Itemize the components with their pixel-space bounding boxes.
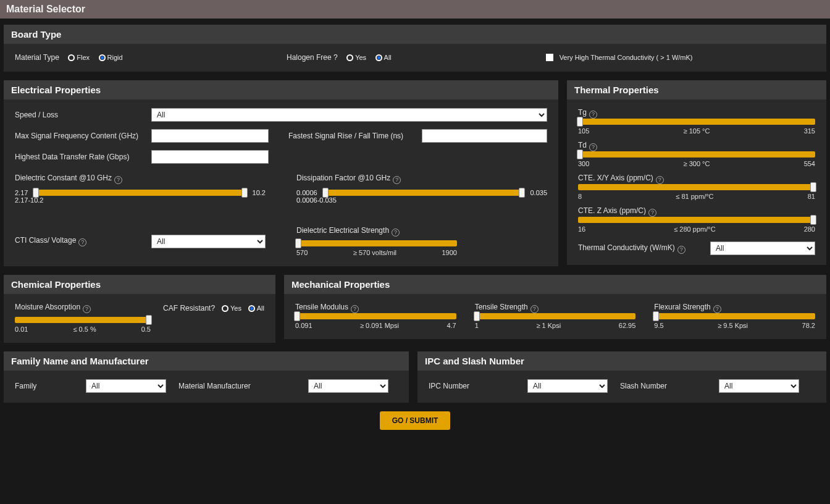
ctez-min: 16 [578,225,585,233]
radio-rigid[interactable]: Rigid [99,52,123,62]
panel-header-thermal: Thermal Properties [567,80,826,99]
tm-max: 4.7 [446,322,456,329]
fs-label: Flexural Strength [654,303,815,313]
info-icon[interactable] [530,305,539,313]
info-icon[interactable] [83,305,91,313]
td-slider[interactable] [578,151,815,158]
ctexy-slider[interactable] [578,184,815,190]
fastest-input[interactable] [422,129,547,143]
info-icon[interactable] [713,305,721,313]
highest-input[interactable] [151,150,269,164]
radio-halogen-yes[interactable]: Yes [346,52,366,62]
df-slider[interactable] [324,190,524,196]
ipc-select[interactable]: All [527,379,608,393]
family-label: Family [15,382,73,390]
ctexy-label: CTE. X/Y Axis (ppm/C) [578,174,815,184]
ts-min: 1 [475,322,479,329]
moist-max: 0.5 [141,326,151,333]
checkbox-thermal-cond[interactable] [546,52,557,62]
tm-mid: ≥ 0.091 Mpsi [360,322,399,329]
radio-halogen-all[interactable]: All [375,52,392,62]
ctez-mid: ≤ 280 ppm/°C [674,225,715,233]
manu-label: Material Manufacturer [178,382,296,390]
td-max: 554 [804,160,815,167]
cti-select[interactable]: All [151,235,266,248]
info-icon[interactable] [351,305,359,313]
panel-header-electrical: Electrical Properties [4,80,558,99]
go-submit-button[interactable]: GO / SUBMIT [380,411,451,430]
info-icon[interactable] [648,209,656,217]
panel-header-ipc: IPC and Slash Number [417,351,826,371]
ctez-slider[interactable] [578,217,815,223]
ipc-label: IPC Number [429,382,515,390]
moist-label: Moisture Absorption [15,303,91,313]
dk-max: 10.2 [253,189,266,196]
tc-label: Thermal Conductivity (W/mK) [578,243,706,254]
tg-label: Tg [578,108,815,119]
thermal-check-label: Very High Thermal Conductivity ( > 1 W/m… [560,54,693,61]
info-icon[interactable] [677,246,685,254]
ts-label: Tensile Strength [475,303,636,313]
caf-label: CAF Resistant? [163,304,215,313]
des-slider[interactable] [296,240,457,246]
panel-mechanical: Mechanical Properties Tensile Modulus 0.… [284,275,826,339]
panel-ipc: IPC and Slash Number IPC Number All Slas… [417,351,826,403]
df-min: 0.0006 [296,189,317,196]
panel-family: Family Name and Manufacturer Family All … [4,351,409,403]
dk-min: 2.17 [15,189,28,196]
max-sig-label: Max Signal Frequency Content (GHz) [15,132,148,140]
info-icon[interactable] [392,229,400,237]
moist-min: 0.01 [15,326,28,333]
panel-header-chemical: Chemical Properties [4,275,275,294]
td-mid: ≥ 300 °C [684,160,710,167]
info-icon[interactable] [393,176,401,184]
tg-mid: ≥ 105 °C [684,127,710,135]
slash-label: Slash Number [620,382,706,390]
radio-flex[interactable]: Flex [68,52,90,62]
df-max: 0.035 [530,189,547,196]
radio-caf-yes[interactable]: Yes [222,303,241,313]
moist-mid: ≤ 0.5 % [73,326,96,333]
halogen-label: Halogen Free ? [287,53,338,62]
fs-mid: ≥ 9.5 Kpsi [718,322,748,329]
highest-label: Highest Data Transfer Rate (Gbps) [15,153,148,161]
panel-board-type: Board Type Material Type Flex Rigid Halo… [4,25,826,72]
tg-max: 315 [804,127,815,135]
des-mid: ≥ 570 volts/mil [353,249,396,256]
ts-slider[interactable] [475,313,636,319]
ctez-max: 280 [804,225,815,233]
ts-mid: ≥ 1 Kpsi [536,322,561,329]
ctexy-max: 81 [808,193,815,200]
info-icon[interactable] [114,176,122,184]
material-type-label: Material Type [15,53,59,62]
info-icon[interactable] [589,143,597,151]
tg-min: 105 [578,127,589,135]
df-label: Dissipation Factor @10 GHz [296,174,547,184]
speed-loss-label: Speed / Loss [15,111,148,119]
family-select[interactable]: All [86,379,166,393]
tm-slider[interactable] [295,313,456,319]
moist-slider[interactable] [15,317,151,323]
info-icon[interactable] [656,176,664,184]
manu-select[interactable]: All [308,379,388,393]
des-label: Dielectric Electrical Strength [296,226,547,237]
tm-min: 0.091 [295,322,312,329]
tg-slider[interactable] [578,119,815,125]
ctez-label: CTE. Z Axis (ppm/C) [578,206,815,217]
panel-header-family: Family Name and Manufacturer [4,351,409,371]
des-min: 570 [296,249,308,256]
tm-label: Tensile Modulus [295,303,456,313]
panel-electrical: Electrical Properties Speed / Loss All M… [4,80,558,266]
slash-select[interactable]: All [719,379,799,393]
fs-slider[interactable] [654,313,815,319]
tc-select[interactable]: All [710,242,815,255]
dk-slider[interactable] [34,190,246,196]
info-icon[interactable] [589,111,597,119]
panel-header-board-type: Board Type [4,25,826,44]
fastest-label: Fastest Signal Rise / Fall Time (ns) [288,132,418,140]
radio-caf-all[interactable]: All [248,303,264,313]
speed-loss-select[interactable]: All [151,108,547,122]
dk-range: 2.17-10.2 [15,196,266,204]
info-icon[interactable] [78,238,86,246]
max-sig-input[interactable] [151,129,269,143]
